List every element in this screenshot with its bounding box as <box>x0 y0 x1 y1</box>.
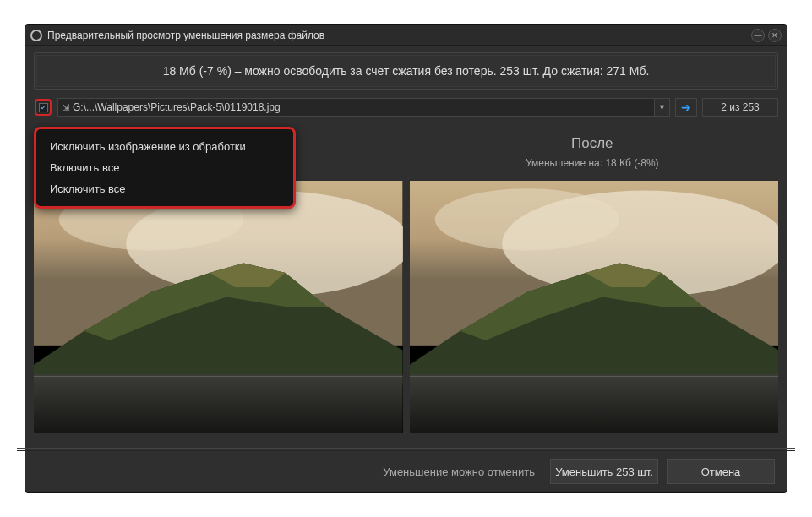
arrow-right-icon: ➔ <box>681 101 691 114</box>
after-image[interactable] <box>410 181 779 433</box>
titlebar: Предварительный просмотр уменьшения разм… <box>25 25 787 46</box>
menu-exclude-all[interactable]: Исключить все <box>36 178 293 199</box>
after-header: После <box>406 135 779 152</box>
preview-row <box>34 181 778 433</box>
path-row: ✔ ⇲ G:\...\Wallpapers\Pictures\Pack-5\01… <box>34 98 778 117</box>
footer: Уменьшение можно отменить Уменьшить 253 … <box>25 451 787 492</box>
app-icon <box>30 30 42 41</box>
dialog-window: Предварительный просмотр уменьшения разм… <box>25 24 787 493</box>
image-counter: 2 из 253 <box>702 98 778 117</box>
summary-bar: 18 Мб (-7 %) – можно освободить за счет … <box>34 52 778 90</box>
window-title: Предварительный просмотр уменьшения разм… <box>47 30 748 41</box>
context-menu: Исключить изображение из обработки Включ… <box>34 127 296 209</box>
after-column: После Уменьшение на: 18 Кб (-8%) <box>406 135 779 176</box>
file-path-combo[interactable]: ⇲ G:\...\Wallpapers\Pictures\Pack-5\0119… <box>57 98 670 117</box>
svg-rect-7 <box>410 374 779 433</box>
minimize-button[interactable]: — <box>751 29 765 42</box>
close-button[interactable]: ✕ <box>768 29 782 42</box>
content-area: 18 Мб (-7 %) – можно освободить за счет … <box>25 46 787 439</box>
shrink-icon: ⇲ <box>62 102 69 113</box>
undo-hint: Уменьшение можно отменить <box>383 465 535 478</box>
file-path-text: G:\...\Wallpapers\Pictures\Pack-5\011901… <box>73 101 654 113</box>
include-checkbox-highlight: ✔ <box>35 99 52 116</box>
svg-rect-3 <box>34 374 403 433</box>
menu-exclude-image[interactable]: Исключить изображение из обработки <box>36 136 293 157</box>
before-image[interactable] <box>34 181 403 433</box>
next-image-button[interactable]: ➔ <box>675 98 697 117</box>
include-checkbox[interactable]: ✔ <box>39 103 48 112</box>
menu-include-all[interactable]: Включить все <box>36 157 293 178</box>
svg-point-6 <box>434 188 619 250</box>
reduce-button[interactable]: Уменьшить 253 шт. <box>550 459 658 484</box>
cancel-button[interactable]: Отмена <box>667 459 775 484</box>
after-reduction: Уменьшение на: 18 Кб (-8%) <box>406 157 779 169</box>
summary-text: 18 Мб (-7 %) – можно освободить за счет … <box>36 55 776 87</box>
path-dropdown-button[interactable]: ▼ <box>654 99 669 116</box>
